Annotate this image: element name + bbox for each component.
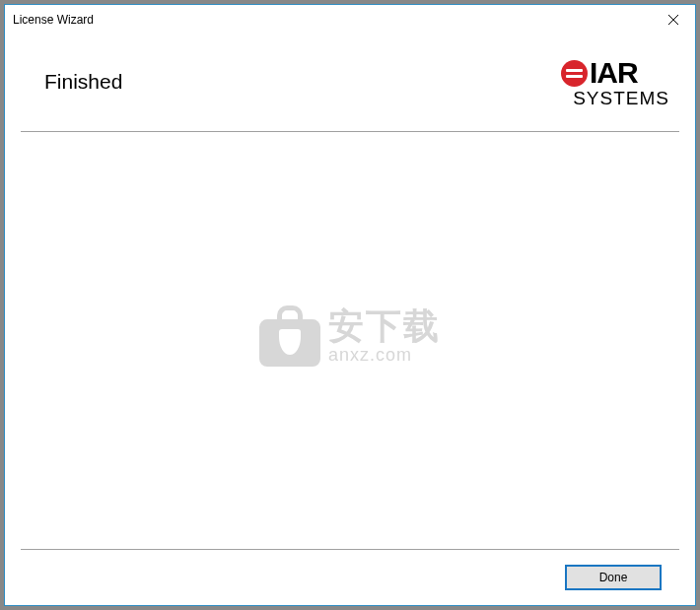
logo-top-row: IAR [561,58,669,88]
watermark-cn: 安下载 [328,308,441,344]
watermark-en: anxz.com [328,346,441,364]
logo-dot-icon [561,60,588,87]
content-area: 安下载 anxz.com [5,132,695,549]
close-icon [668,15,678,25]
header-area: Finished IAR SYSTEMS [5,34,695,131]
iar-logo: IAR SYSTEMS [561,58,669,107]
watermark-text: 安下载 anxz.com [328,308,441,364]
titlebar: License Wizard [5,5,695,34]
window-title: License Wizard [13,13,94,27]
footer: Done [5,550,695,605]
watermark: 安下载 anxz.com [259,305,441,367]
done-button[interactable]: Done [565,565,662,590]
license-wizard-window: License Wizard Finished IAR SYSTEMS [4,4,696,606]
watermark-bag-icon [259,305,320,367]
logo-text-iar: IAR [590,58,638,88]
close-button[interactable] [651,5,695,34]
logo-text-systems: SYSTEMS [561,89,669,107]
